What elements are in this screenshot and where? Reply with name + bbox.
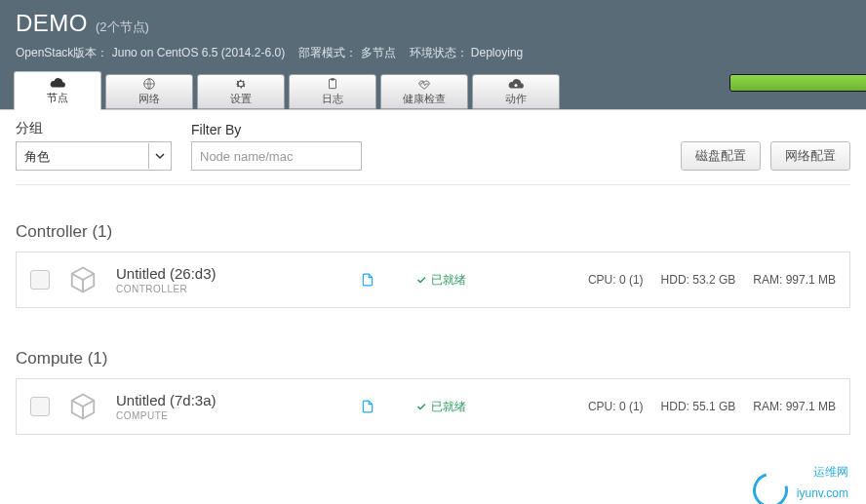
svg-rect-2: [331, 78, 335, 80]
document-icon[interactable]: [361, 273, 374, 287]
divider: [16, 184, 850, 185]
gear-icon: [232, 77, 250, 91]
svg-point-3: [515, 84, 518, 87]
check-icon: [415, 274, 427, 286]
ram-stat: RAM: 997.1 MB: [753, 400, 836, 413]
group-by-select[interactable]: 角色: [16, 141, 172, 171]
node-count-subtitle: (2个节点): [96, 19, 149, 36]
cloud-action-icon: [507, 77, 525, 91]
cpu-stat: CPU: 0 (1): [588, 273, 644, 287]
network-config-button[interactable]: 网络配置: [770, 141, 850, 171]
environment-title: DEMO: [16, 10, 88, 37]
group-header-compute: Compute (1): [16, 349, 850, 368]
tab-label: 日志: [322, 92, 343, 106]
filter-by-input[interactable]: [191, 141, 362, 171]
tab-health[interactable]: 健康检查: [380, 74, 468, 109]
node-status: 已就绪: [415, 399, 466, 415]
tabs-bar: 节点 网络 设置 日志 健康检查 动作: [0, 61, 866, 109]
node-name[interactable]: Untitled (26:d3): [116, 265, 216, 282]
node-stats: CPU: 0 (1) HDD: 53.2 GB RAM: 997.1 MB: [588, 273, 836, 287]
globe-icon: [140, 77, 158, 91]
filter-by-label: Filter By: [191, 122, 362, 137]
node-role: CONTROLLER: [116, 284, 216, 294]
cloud-icon: [49, 76, 66, 90]
ram-stat: RAM: 997.1 MB: [753, 273, 836, 287]
node-row: Untitled (26:d3) CONTROLLER 已就绪 CPU: 0 (…: [16, 252, 850, 308]
tab-label: 动作: [505, 92, 527, 106]
node-role: COMPUTE: [116, 410, 216, 421]
tab-settings[interactable]: 设置: [197, 74, 285, 109]
env-status-label: 环境状态：: [410, 46, 468, 59]
node-checkbox[interactable]: [30, 397, 50, 416]
tab-label: 节点: [47, 91, 68, 105]
group-by-label: 分组: [16, 120, 172, 137]
version-label: OpenStack版本：: [16, 46, 108, 59]
cpu-stat: CPU: 0 (1): [588, 400, 644, 413]
version-value: Juno on CentOS 6.5 (2014.2-6.0): [112, 46, 285, 59]
main-content: 分组 角色 Filter By 磁盘配置 网络配置 Controller (1): [0, 109, 866, 464]
hdd-stat: HDD: 53.2 GB: [661, 273, 736, 287]
tab-label: 设置: [230, 92, 252, 106]
node-icon: [67, 264, 98, 295]
watermark: 运维网: [813, 464, 848, 481]
document-icon[interactable]: [361, 400, 374, 413]
watermark-url: iyunv.com: [797, 486, 848, 500]
tab-nodes[interactable]: 节点: [14, 71, 101, 110]
watermark-ring-icon: [746, 466, 794, 504]
environment-info-row: OpenStack版本： Juno on CentOS 6.5 (2014.2-…: [16, 45, 850, 61]
tab-network[interactable]: 网络: [105, 74, 193, 109]
page-header: DEMO (2个节点) OpenStack版本： Juno on CentOS …: [0, 0, 866, 61]
disk-config-button[interactable]: 磁盘配置: [681, 141, 761, 171]
clipboard-icon: [324, 77, 341, 91]
node-status: 已就绪: [415, 272, 466, 289]
node-checkbox[interactable]: [30, 270, 50, 290]
filter-bar: 分组 角色 Filter By 磁盘配置 网络配置: [16, 120, 850, 180]
check-icon: [415, 401, 427, 412]
deploy-progress-bar: [729, 74, 866, 92]
tab-label: 健康检查: [403, 92, 446, 106]
progress-fill: [730, 75, 866, 91]
node-name[interactable]: Untitled (7d:3a): [116, 392, 216, 408]
hdd-stat: HDD: 55.1 GB: [661, 400, 736, 413]
node-stats: CPU: 0 (1) HDD: 55.1 GB RAM: 997.1 MB: [588, 400, 836, 413]
tab-logs[interactable]: 日志: [289, 74, 376, 109]
deploy-mode-label: 部署模式：: [298, 46, 357, 59]
group-header-controller: Controller (1): [16, 222, 850, 242]
node-row: Untitled (7d:3a) COMPUTE 已就绪 CPU: 0 (1) …: [16, 378, 850, 435]
deploy-mode-value: 多节点: [361, 46, 396, 59]
heartbeat-icon: [415, 77, 433, 91]
tab-label: 网络: [138, 92, 160, 106]
svg-rect-1: [330, 79, 336, 88]
node-icon: [67, 391, 98, 422]
env-status-value: Deploying: [471, 46, 523, 59]
tab-actions[interactable]: 动作: [472, 74, 560, 109]
